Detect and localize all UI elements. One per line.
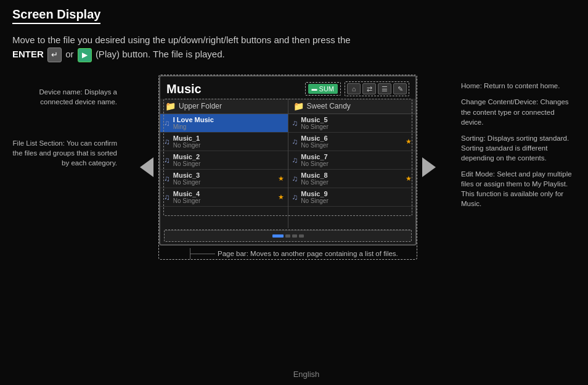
footer: English — [12, 370, 588, 379]
main-area: Device name: Displays a connected device… — [12, 75, 576, 260]
desc-text-1: Move to the file you desired using the u… — [12, 35, 351, 45]
home-annotation: Home: Return to content home. — [461, 81, 576, 91]
device-name-annotation: Device name: Displays a connected device… — [12, 87, 117, 107]
pagebar-annotation-row: Page bar: Moves to another page containi… — [171, 248, 417, 259]
file-item-1[interactable]: ♫ Music_1 No Singer — [160, 133, 288, 151]
ctrl-icons-dashed: ⌂ ⇄ ☰ ✎ — [345, 81, 409, 96]
music-player: Music SUM — [159, 75, 417, 246]
enter-label: ENTER — [12, 49, 44, 59]
music-note-icon-r2: ♫ — [292, 155, 298, 165]
edit-mode-annotation-text: Edit Mode: Select and play multiple file… — [461, 170, 572, 207]
file-item-3[interactable]: ♫ Music_3 No Singer ★ — [160, 170, 288, 188]
file-info-r3: Music_8 No Singer — [301, 172, 404, 186]
file-name-r3: Music_8 — [301, 172, 404, 179]
file-name-4: Music_4 — [173, 190, 276, 197]
file-info-3: Music_3 No Singer — [173, 172, 276, 186]
file-name-1: Music_1 — [173, 135, 284, 142]
upper-folder-header[interactable]: 📁 Upper Folder — [160, 99, 288, 114]
file-item-r1[interactable]: ♫ Music_6 No Singer ★ — [288, 133, 416, 151]
file-list-right: 📁 Sweet Candy ♫ Music_5 No Singer — [288, 99, 416, 228]
desc-text-3: or — [65, 49, 76, 59]
file-name-3: Music_3 — [173, 172, 276, 179]
player-content: 📁 Upper Folder ♫ I Love Music Ming — [160, 99, 415, 228]
star-icon-r3: ★ — [406, 175, 412, 183]
page-bar-dashed — [164, 230, 412, 242]
music-note-icon-3: ♫ — [164, 174, 170, 183]
file-name-r2: Music_7 — [301, 153, 412, 160]
sum-area: SUM — [305, 82, 341, 96]
music-note-icon-r1: ♫ — [292, 137, 298, 146]
file-info-0: I Love Music Ming — [173, 116, 284, 130]
right-annotations: Home: Return to content home. Change Con… — [452, 75, 576, 215]
desc-text-4: (Play) button. The file is played. — [96, 49, 225, 59]
file-name-r1: Music_6 — [301, 135, 404, 142]
file-item-4[interactable]: ♫ Music_4 No Singer ★ — [160, 188, 288, 207]
page-bar-wrapper — [160, 230, 415, 242]
page-container: Screen Display Move to the file you desi… — [0, 0, 588, 385]
file-info-r4: Music_9 No Singer — [301, 190, 412, 204]
sum-dashed-box: SUM — [305, 82, 341, 96]
upper-folder-name: Upper Folder — [179, 102, 222, 110]
star-icon-r1: ★ — [406, 138, 412, 146]
star-icon-4: ★ — [278, 193, 284, 201]
right-nav-arrow[interactable] — [422, 157, 436, 177]
sum-label: SUM — [319, 85, 334, 93]
page-dots — [272, 234, 304, 238]
page-dot-4 — [299, 234, 304, 238]
file-item-0[interactable]: ♫ I Love Music Ming — [160, 114, 288, 133]
file-artist-0: Ming — [173, 123, 284, 130]
file-item-r4[interactable]: ♫ Music_9 No Singer — [288, 188, 416, 207]
file-info-1: Music_1 No Singer — [173, 135, 284, 149]
pagebar-annotation-text: Page bar: Moves to another page containi… — [218, 250, 398, 257]
header-controls: SUM ⌂ ⇄ ☰ ✎ — [305, 81, 409, 96]
edit-mode-icon-btn[interactable]: ✎ — [393, 83, 407, 94]
edit-mode-annotation: Edit Mode: Select and play multiple file… — [461, 169, 576, 209]
sweet-candy-folder-header[interactable]: 📁 Sweet Candy — [288, 99, 416, 114]
music-player-outer: Music SUM — [158, 75, 417, 260]
player-wrapper: Music SUM — [123, 75, 452, 260]
file-artist-3: No Singer — [173, 179, 276, 186]
pagebar-annotation-hline — [190, 254, 215, 254]
file-item-r2[interactable]: ♫ Music_7 No Singer — [288, 151, 416, 170]
sum-badge[interactable]: SUM — [308, 84, 338, 94]
sweet-candy-folder-name: Sweet Candy — [307, 102, 351, 110]
file-artist-r0: No Singer — [301, 123, 412, 130]
page-title: Screen Display — [12, 7, 100, 24]
file-info-2: Music_2 No Singer — [173, 153, 284, 167]
file-name-2: Music_2 — [173, 153, 284, 160]
description: Move to the file you desired using the u… — [12, 33, 576, 62]
file-info-r1: Music_6 No Singer — [301, 135, 404, 149]
file-list-annotation: File List Section: You can confirm the f… — [12, 138, 117, 168]
play-key-icon: ▶ — [78, 48, 92, 62]
file-artist-r1: No Singer — [301, 142, 404, 149]
left-nav-arrow[interactable] — [140, 157, 153, 177]
music-note-icon-r4: ♫ — [292, 192, 298, 202]
file-name-0: I Love Music — [173, 116, 284, 123]
home-annotation-text: Home: Return to content home. — [461, 82, 560, 89]
upper-folder-icon: 📁 — [165, 101, 176, 111]
file-artist-4: No Singer — [173, 197, 276, 204]
star-icon-3: ★ — [278, 175, 284, 183]
file-artist-r2: No Singer — [301, 160, 412, 167]
music-note-icon-4: ♫ — [164, 192, 170, 202]
sorting-annotation-text: Sorting: Displays sorting standard. Sort… — [461, 135, 569, 162]
music-note-icon-0: ♫ — [164, 118, 170, 128]
player-title: Music — [166, 82, 202, 96]
file-item-r3[interactable]: ♫ Music_8 No Singer ★ — [288, 170, 416, 188]
file-item-2[interactable]: ♫ Music_2 No Singer — [160, 151, 288, 170]
home-icon-btn[interactable]: ⌂ — [347, 83, 361, 94]
music-note-icon-1: ♫ — [164, 137, 170, 146]
page-bar[interactable] — [165, 230, 411, 241]
page-dot-1 — [272, 234, 284, 238]
file-item-r0[interactable]: ♫ Music_5 No Singer — [288, 114, 416, 133]
enter-key-icon: ↵ — [47, 48, 62, 62]
file-info-r0: Music_5 No Singer — [301, 116, 412, 130]
music-note-icon-r3: ♫ — [292, 174, 298, 183]
left-annotations: Device name: Displays a connected device… — [12, 75, 123, 167]
file-name-r0: Music_5 — [301, 116, 412, 123]
sorting-annotation: Sorting: Displays sorting standard. Sort… — [461, 133, 576, 163]
music-note-icon-2: ♫ — [164, 155, 170, 165]
change-content-icon-btn[interactable]: ⇄ — [362, 83, 376, 94]
change-content-annotation-text: Change Content/Device: Changes the conte… — [461, 98, 569, 125]
sort-icon-btn[interactable]: ☰ — [378, 83, 391, 94]
